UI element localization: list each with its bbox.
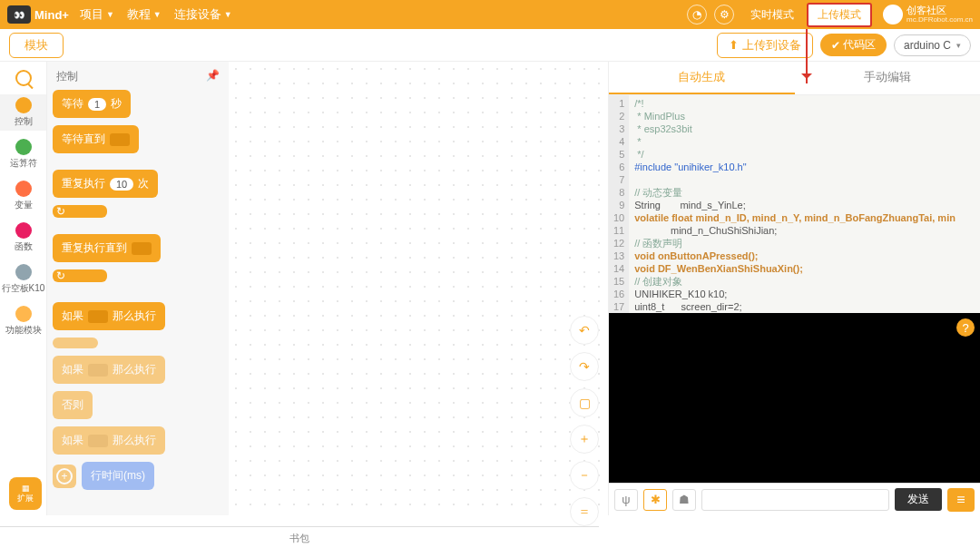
upload-to-device-button[interactable]: ⬆上传到设备 [717,33,813,58]
zoom-out-button[interactable]: － [570,461,599,490]
tidy-button[interactable]: ▢ [570,388,599,417]
help-icon[interactable]: ? [956,318,975,337]
category-control[interactable]: 控制 [0,94,46,131]
pin-icon[interactable]: 📌 [206,69,220,84]
redo-button[interactable]: ↷ [570,352,599,381]
category-functions[interactable]: 函数 [0,220,46,256]
app-brand: Mind+ [34,8,69,22]
block-plus[interactable]: + [53,465,76,488]
serial-menu-icon[interactable]: ≡ [947,488,975,512]
app-logo: 👀 [7,5,31,24]
upload-mode-button[interactable]: 上传模式 [807,3,872,27]
menu-connect[interactable]: 连接设备▼ [174,6,232,23]
block-if-else[interactable]: 如果那么执行 [53,356,165,384]
code-area-toggle[interactable]: ✔代码区 [820,34,887,56]
code-editor: 1234567891011121314151617181920 /*! * Mi… [609,95,980,313]
search-icon [15,70,32,86]
settings-icon[interactable]: ⚙ [714,5,734,24]
block-if-then-2[interactable]: 如果那么执行 [53,426,165,455]
language-dropdown[interactable]: arduino C▾ [894,34,971,56]
palette-header: 控制 [56,69,78,84]
block-else[interactable]: 否则 [53,391,93,419]
block-if-body[interactable] [53,338,98,348]
extensions-button[interactable]: ▦扩展 [9,477,42,510]
category-operators[interactable]: 运算符 [0,136,46,172]
block-runtime-ms[interactable]: 行时间(ms) [82,462,154,490]
menu-tutorial[interactable]: 教程▼ [127,6,162,23]
block-wait[interactable]: 等待1秒 [53,90,131,118]
zoom-in-button[interactable]: ＋ [570,425,599,454]
realtime-mode-button[interactable]: 实时模式 [741,5,803,25]
disconnect-icon[interactable]: ✱ [643,489,667,511]
tab-auto-generate[interactable]: 自动生成 [609,62,795,94]
menu-project[interactable]: 项目▼ [80,6,114,23]
tab-manual-edit[interactable]: 手动编辑 [795,62,981,94]
usb-icon[interactable]: ψ [614,489,638,511]
block-repeat[interactable]: 重复执行10次 [53,170,158,198]
monitor-icon[interactable]: ☗ [672,489,696,511]
send-button[interactable]: 发送 [895,488,942,511]
block-repeat-body[interactable]: ↻ [53,205,107,218]
upload-icon: ⬆ [729,38,739,52]
block-repeat-until-body[interactable]: ↻ [53,269,107,282]
module-tab[interactable]: 模块 [9,33,64,58]
category-board[interactable]: 行空板K10 [0,261,46,298]
console-output: ? [609,313,980,483]
block-repeat-until[interactable]: 重复执行直到 [53,234,161,262]
annotation-arrow [806,29,808,83]
community-link[interactable]: 创客社区mc.DFRobot.com.cn [883,5,973,24]
undo-button[interactable]: ↶ [570,316,599,345]
category-modules[interactable]: 功能模块 [0,303,46,339]
community-icon [883,5,903,24]
search-button[interactable] [0,67,46,89]
block-if-then[interactable]: 如果那么执行 [53,302,165,330]
zoom-reset-button[interactable]: ＝ [570,497,599,526]
dashboard-icon[interactable]: ◔ [687,5,707,24]
serial-input[interactable] [701,489,889,511]
block-wait-until[interactable]: 等待直到 [53,125,139,153]
category-variables[interactable]: 变量 [0,178,46,214]
block-canvas[interactable]: ↶ ↷ ▢ ＋ － ＝ [229,62,608,515]
bookbag-bar[interactable]: 书包 [0,526,599,548]
